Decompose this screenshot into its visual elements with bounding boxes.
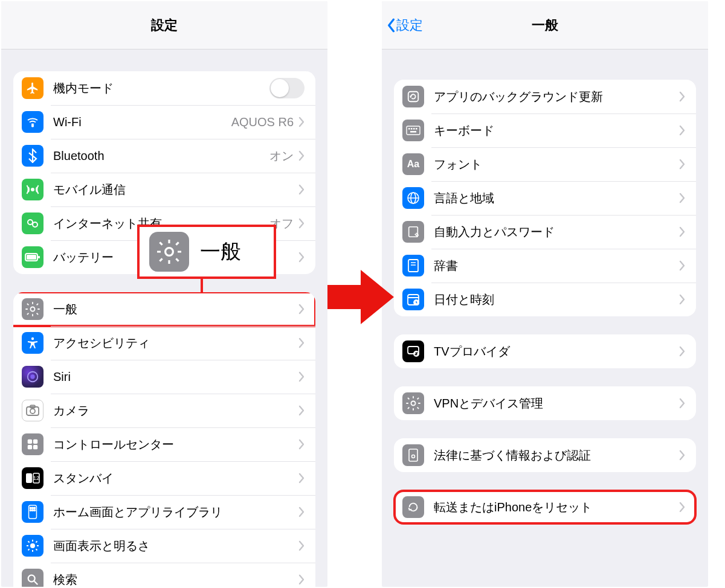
row-label: フォント [434, 156, 679, 173]
chevron-right-icon [679, 193, 685, 203]
list-row-tv[interactable]: TVプロバイダ [394, 334, 696, 368]
list-row-bluetooth[interactable]: Bluetoothオン [13, 139, 315, 173]
chevron-right-icon [679, 294, 685, 305]
row-label: モバイル通信 [53, 182, 298, 198]
row-label: 日付と時刻 [434, 292, 679, 308]
list-row-globe[interactable]: 言語と地域 [394, 181, 696, 215]
toggle[interactable] [269, 78, 304, 98]
chevron-right-icon [298, 252, 304, 263]
row-label: ホーム画面とアプリライブラリ [53, 504, 298, 520]
svg-point-37 [28, 575, 35, 582]
chevron-right-icon [298, 473, 304, 484]
list-row-camera[interactable]: カメラ [13, 394, 315, 427]
arrow-right-icon [327, 267, 394, 327]
list-row-search[interactable]: 検索 [13, 563, 315, 587]
list-row-reset[interactable]: 転送またはiPhoneをリセット [394, 490, 696, 524]
chevron-right-icon [679, 398, 685, 409]
row-label: 検索 [53, 572, 298, 587]
chevron-right-icon [298, 371, 304, 382]
svg-point-8 [31, 337, 34, 340]
gear-icon [149, 232, 189, 272]
back-label: 設定 [396, 16, 423, 34]
svg-rect-16 [28, 445, 32, 449]
list-row-home[interactable]: ホーム画面とアプリライブラリ [13, 495, 315, 529]
list-row-standby[interactable]: 12スタンバイ [13, 461, 315, 495]
list-row-accessibility[interactable]: アクセシビリティ [13, 326, 315, 360]
svg-rect-14 [28, 439, 32, 444]
hotspot-icon [22, 213, 44, 234]
row-value: AQUOS R6 [231, 115, 294, 129]
list-row-datetime[interactable]: 日付と時刻 [394, 283, 696, 316]
bluetooth-icon [22, 145, 44, 167]
svg-line-33 [28, 542, 30, 543]
fonts-icon: Aa [402, 153, 424, 175]
list-row-legal[interactable]: 法律に基づく情報および認証 [394, 438, 696, 472]
list-row-refresh[interactable]: アプリのバックグラウンド更新 [394, 80, 696, 113]
battery-icon [22, 246, 44, 268]
general-group-2: TVプロバイダ [394, 334, 696, 368]
dictionary-icon [402, 255, 424, 276]
chevron-right-icon [679, 91, 685, 102]
chevron-right-icon [679, 450, 685, 461]
svg-point-23 [32, 507, 34, 509]
home-icon [22, 501, 44, 523]
list-row-fonts[interactable]: Aaフォント [394, 147, 696, 181]
settings-group-general: 一般アクセシビリティSiriカメラコントロールセンター12スタンバイホーム画面と… [13, 292, 315, 587]
list-row-display[interactable]: 画面表示と明るさ [13, 529, 315, 563]
list-row-airplane[interactable]: 機内モード [13, 71, 315, 105]
svg-point-22 [30, 507, 31, 509]
svg-point-60 [411, 401, 416, 406]
control-center-icon [22, 433, 44, 455]
legal-icon [402, 444, 424, 466]
svg-line-34 [36, 549, 37, 550]
airplane-icon [22, 77, 44, 99]
row-label: 機内モード [53, 80, 269, 97]
row-value: オン [269, 148, 294, 164]
svg-rect-47 [410, 131, 416, 133]
chevron-right-icon [298, 150, 304, 161]
chevron-right-icon [679, 502, 685, 513]
svg-point-24 [34, 507, 36, 509]
chevron-right-icon [298, 439, 304, 450]
list-row-vpn[interactable]: VPNとデバイス管理 [394, 386, 696, 420]
row-label: カメラ [53, 403, 298, 419]
svg-rect-6 [38, 256, 40, 258]
list-row-control-center[interactable]: コントロールセンター [13, 427, 315, 461]
svg-point-39 [166, 248, 173, 256]
header: 設定 [1, 1, 327, 50]
row-label: VPNとデバイス管理 [434, 395, 679, 412]
list-row-siri[interactable]: Siri [13, 360, 315, 394]
chevron-right-icon [298, 337, 304, 348]
row-label: コントロールセンター [53, 436, 298, 453]
svg-marker-40 [327, 270, 394, 324]
list-row-dictionary[interactable]: 辞書 [394, 249, 696, 283]
svg-point-10 [30, 374, 34, 379]
general-screen: 設定 一般 アプリのバックグラウンド更新キーボードAaフォント言語と地域自動入力… [382, 1, 708, 587]
page-title: 一般 [532, 16, 558, 34]
back-button[interactable]: 設定 [387, 1, 423, 49]
svg-text:12: 12 [33, 475, 39, 481]
svg-point-12 [30, 409, 35, 414]
list-row-autofill[interactable]: 自動入力とパスワード [394, 215, 696, 249]
autofill-icon [402, 221, 424, 243]
svg-rect-42 [407, 126, 420, 135]
row-label: Bluetooth [53, 149, 269, 163]
row-label: アクセシビリティ [53, 335, 298, 351]
list-row-antenna[interactable]: モバイル通信 [13, 173, 315, 206]
svg-rect-52 [408, 260, 418, 272]
list-row-keyboard[interactable]: キーボード [394, 113, 696, 147]
row-label: アプリのバックグラウンド更新 [434, 89, 679, 105]
list-row-gear[interactable]: 一般 [13, 292, 315, 326]
general-group-4: 法律に基づく情報および認証 [394, 438, 696, 472]
chevron-right-icon [298, 304, 304, 315]
svg-point-7 [31, 307, 35, 312]
refresh-icon [402, 86, 424, 107]
gear-icon [22, 298, 44, 320]
row-label: Wi-Fi [53, 115, 231, 129]
svg-point-1 [31, 188, 34, 191]
list-row-wifi[interactable]: Wi-FiAQUOS R6 [13, 105, 315, 139]
svg-rect-18 [26, 473, 32, 483]
chevron-right-icon [298, 507, 304, 517]
svg-rect-41 [408, 92, 419, 102]
accessibility-icon [22, 332, 44, 354]
